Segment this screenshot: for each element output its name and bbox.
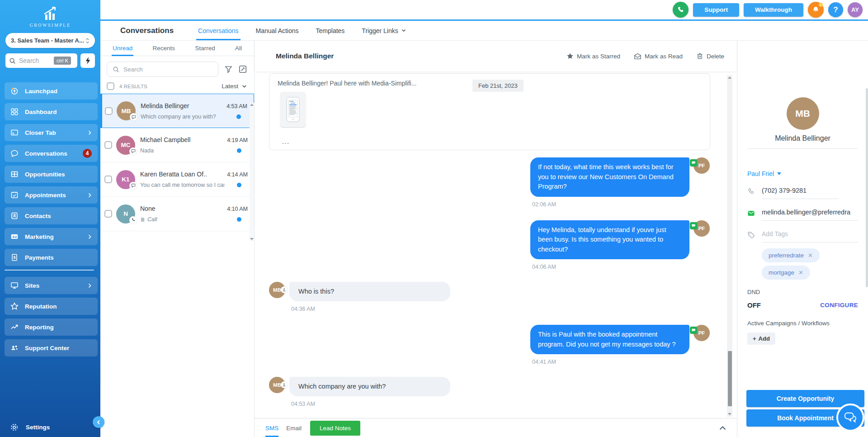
tab-label: All [235,45,242,52]
image-attachment[interactable] [280,92,306,127]
lead-notes-button[interactable]: Lead Notes [310,421,360,436]
tab-templates[interactable]: Templates [316,21,345,40]
sidebar-item-settings[interactable]: Settings [0,423,60,432]
tab-all[interactable]: All [235,41,242,56]
row-checkbox[interactable] [104,210,112,218]
mark-as-read-button[interactable]: Mark as Read [634,52,683,60]
person-icon [281,381,288,388]
sidebar-item-marketing[interactable]: Ad Marketing [5,228,98,245]
conversation-row-michael-campbell[interactable]: MC Michael Campbell Nada [100,128,254,162]
remove-tag-icon[interactable]: ✕ [808,252,813,259]
message-time: 02:06 AM [530,201,710,208]
list-scrollbar[interactable] [250,103,254,241]
sidebar-item-contacts[interactable]: Contacts [5,207,98,224]
filter-button[interactable] [225,66,232,73]
gear-icon [10,423,19,432]
account-selector[interactable]: 3. Sales Team - Master A... [5,33,95,48]
mark-as-starred-button[interactable]: Mark as Starred [566,52,620,60]
owner-dropdown[interactable]: Paul Friel [747,170,858,177]
compose-button[interactable] [239,65,247,73]
tab-unread[interactable]: Unread [113,41,132,56]
sidebar-item-reputation[interactable]: Reputation [5,298,98,315]
scroll-down-arrow-icon[interactable] [250,238,254,240]
tab-label: Trigger Links [362,27,398,34]
scrollbar-thumb[interactable] [728,351,732,406]
chat-scrollbar[interactable] [727,75,732,417]
search-icon [9,57,16,64]
add-campaign-button[interactable]: + Add [747,332,775,345]
keyboard-shortcut-badge: ctrl K [54,57,71,65]
sidebar-search-input[interactable] [19,57,51,64]
composer-tab-email[interactable]: Email [286,419,302,437]
sort-dropdown[interactable]: Latest [222,83,247,90]
sidebar-item-opportunities[interactable]: Opportunities [5,166,98,183]
scroll-down-arrow-icon[interactable] [728,413,731,415]
walkthrough-button-label: Walkthrough [755,6,792,13]
conversation-row-none[interactable]: N None [100,197,254,231]
conversation-search-input[interactable] [123,66,212,73]
sidebar-search[interactable]: ctrl K [5,53,77,68]
panel-scrollbar-thumb[interactable] [866,88,868,287]
scroll-up-arrow-icon[interactable] [250,104,254,106]
configure-link[interactable]: CONFIGURE [820,302,858,309]
unread-dot [237,148,241,153]
tab-label: Email [286,425,302,432]
chevron-right-icon [88,283,92,288]
help-button[interactable]: ? [828,2,843,17]
row-checkbox[interactable] [104,141,112,149]
walkthrough-button[interactable]: Walkthrough [744,3,803,17]
chat-widget-button[interactable] [836,404,864,432]
action-label: Delete [707,53,724,60]
message-outbound: If not today, what time this week works … [255,157,737,208]
composer-tab-sms[interactable]: SMS [265,419,278,437]
page-header: Conversations Conversations Manual Actio… [100,21,868,41]
remove-tag-icon[interactable]: ✕ [798,269,803,276]
conversation-search[interactable] [107,62,218,77]
message-preview: Call [147,216,157,223]
sidebar-item-closer-tab[interactable]: Closer Tab [5,124,98,141]
add-tags-input[interactable] [762,230,858,238]
sidebar-collapse-button[interactable] [93,416,104,428]
conversation-row-melinda-bellinger[interactable]: MB Melinda Bellinger Which company are y… [100,94,254,128]
row-checkbox[interactable] [105,107,113,115]
sidebar-item-sites[interactable]: Sites [5,277,98,294]
contact-panel: MB Melinda Bellinger Paul Friel (702 [737,41,868,437]
tab-label: Conversations [198,27,239,34]
phone-call-button[interactable] [673,2,689,18]
tab-starred[interactable]: Starred [195,41,215,56]
message-inbound: MB Who is this? 04:36 AM [255,282,737,312]
quick-actions-button[interactable] [80,53,95,68]
tag-preferredrate[interactable]: preferredrate ✕ [762,248,820,262]
phone-field[interactable]: (702) 379-9281 [762,187,839,199]
sidebar-item-support-center[interactable]: Support Center [5,339,98,356]
email-field[interactable]: melinda.bellinger@preferredra [762,209,858,221]
sidebar-item-appointments[interactable]: Appointments [5,186,98,204]
scroll-up-arrow-icon[interactable] [728,76,731,79]
sidebar-item-dashboard[interactable]: Dashboard [5,103,98,120]
tab-recents[interactable]: Recents [153,41,175,56]
sidebar-item-launchpad[interactable]: Launchpad [5,82,98,100]
tag-mortgage[interactable]: mortgage ✕ [762,266,810,280]
sidebar-item-label: Launchpad [25,88,57,95]
select-all-checkbox[interactable] [107,82,114,90]
sidebar-item-payments[interactable]: $ Payments [5,249,98,266]
tab-trigger-links[interactable]: Trigger Links [362,21,406,40]
avatar-initials: MB [273,287,281,293]
message-time: 4:19 AM [227,137,248,143]
unread-count-badge: 4 [83,149,92,158]
sidebar-item-reporting[interactable]: Reporting [5,318,98,336]
conversation-row-karen-beratta[interactable]: K1 Karen Beratta Loan Of.. You can call … [100,162,254,197]
button-label: Create Opportunity [777,395,835,402]
more-indicator[interactable]: ... [282,138,290,145]
tab-conversations[interactable]: Conversations [198,21,239,40]
add-tags-field[interactable] [762,230,858,242]
notifications-button[interactable] [808,2,824,18]
delete-button[interactable]: Delete [696,52,724,60]
row-checkbox[interactable] [104,176,112,183]
sidebar-item-conversations[interactable]: Conversations 4 [5,145,98,162]
expand-composer-button[interactable] [719,426,726,430]
user-avatar[interactable]: AY [848,2,863,17]
tab-manual-actions[interactable]: Manual Actions [256,21,299,40]
sidebar-item-label: Appointments [25,192,66,199]
support-button[interactable]: Support [693,3,739,17]
